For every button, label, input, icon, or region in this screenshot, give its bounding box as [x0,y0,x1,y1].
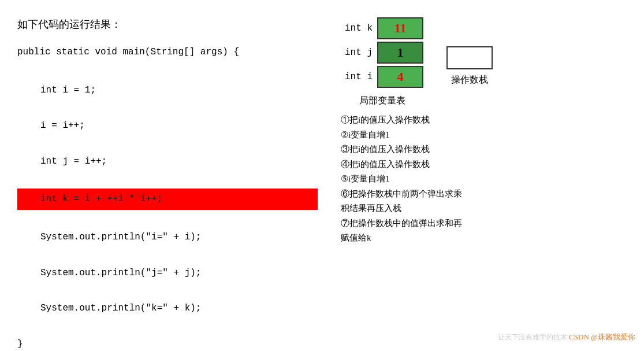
watermark-text: 让天下没有难学的技术 [498,333,567,341]
var-box-i: 4 [377,66,423,88]
watermark: 让天下没有难学的技术 CSDN @珠酱我爱你 [498,332,635,342]
var-label-j: int j [341,47,373,58]
code-line-9: } [17,335,318,351]
code-line-8: System.out.println("k=" + k); [17,299,318,318]
stack-label: 操作数栈 [451,74,488,86]
code-line-6: System.out.println("i=" + i); [17,228,318,247]
var-box-j: 1 [377,42,423,64]
var-label-i: int i [341,72,373,82]
stack-box [446,46,493,69]
variable-table-wrapper: int k 11 int j 1 int i [341,17,423,107]
csdn-brand: CSDN @珠酱我爱你 [569,332,635,341]
variable-table: int k 11 int j 1 int i [341,17,423,90]
var-row-i: int i 4 [341,66,423,88]
var-row-j: int j 1 [341,42,423,64]
steps-section: ①把i的值压入操作数栈 ②i变量自增1 ③把i的值压入操作数栈 ④把i的值压入操… [341,113,627,246]
left-panel: 如下代码的运行结果： public static void main(Strin… [17,12,318,339]
code-line-2: int i = 1; [17,81,318,100]
step-1: ①把i的值压入操作数栈 [341,113,627,128]
code-line-3: i = i++; [17,116,318,135]
var-box-k: 11 [377,17,423,39]
step-6: ⑥把操作数栈中前两个弹出求乘 [341,187,627,202]
code-line-4: int j = i++; [17,152,318,171]
intro-text: 如下代码的运行结果： [17,17,318,31]
code-line-7: System.out.println("j=" + j); [17,264,318,283]
step-7b: 赋值给k [341,231,627,246]
right-panel: int k 11 int j 1 int i [341,12,627,339]
step-4: ④把i的值压入操作数栈 [341,157,627,172]
step-7: ⑦把操作数栈中的值弹出求和再 [341,216,627,231]
step-2: ②i变量自增1 [341,128,627,143]
var-label-k: int k [341,23,373,34]
step-5: ⑤i变量自增1 [341,172,627,187]
code-line-5: int k = i + ++i * i++; [17,189,318,210]
code-block: public static void main(String[] args) {… [17,43,318,351]
var-row-k: int k 11 [341,17,423,39]
step-6b: 积结果再压入栈 [341,201,627,216]
table-label: 局部变量表 [341,95,423,107]
code-line-1: public static void main(String[] args) { [17,43,318,62]
step-3: ③把i的值压入操作数栈 [341,142,627,157]
